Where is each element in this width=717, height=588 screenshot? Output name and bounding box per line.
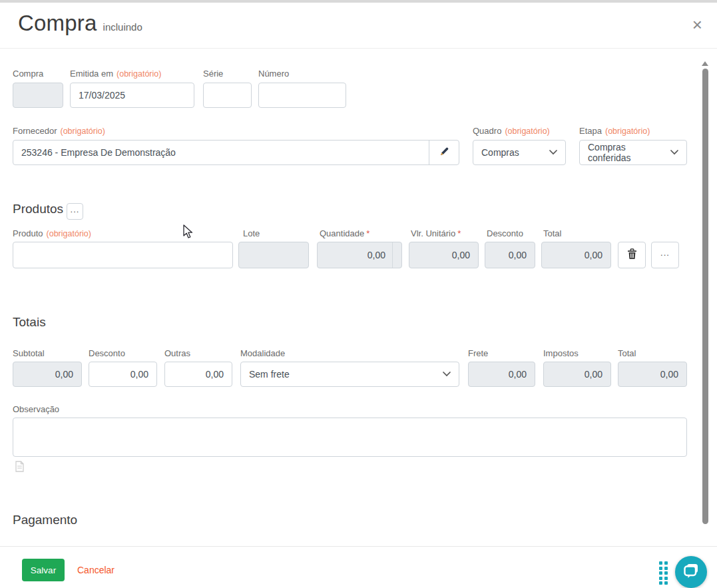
produtos-heading: Produtos [13,202,63,216]
quantidade-label: Quantidade* [320,228,369,238]
fornecedor-field-group [13,140,459,165]
frete-input [468,362,535,387]
modal-header: Compra incluindo [18,11,142,36]
subtotal-input [13,362,82,387]
vertical-scrollbar-thumb[interactable] [702,69,708,524]
serie-input[interactable] [203,83,252,108]
quantidade-field-wrap [317,242,402,268]
chevron-down-icon [549,150,557,155]
vlr-unitario-input [409,242,479,268]
numero-input[interactable] [258,83,346,108]
compra-label: Compra [13,69,43,79]
modalidade-label: Modalidade [240,348,285,358]
emitida-em-label: Emitida em(obrigatório) [70,69,161,79]
pencil-icon [439,146,449,159]
subtotal-label: Subtotal [13,348,45,358]
frete-label: Frete [468,348,488,358]
impostos-input [543,362,611,387]
trash-icon [627,248,637,262]
emitida-em-input[interactable] [70,83,194,108]
observacao-label: Observação [13,404,59,414]
close-icon[interactable]: × [692,16,702,33]
modalidade-select[interactable]: Sem frete [240,362,459,387]
delete-row-button[interactable] [618,242,646,268]
compra-modal: Compra incluindo × Compra Emitida em(obr… [0,0,717,588]
cancel-button[interactable]: Cancelar [77,565,115,575]
desconto-item-label: Desconto [487,228,523,238]
pagamento-heading: Pagamento [13,513,77,527]
page-top-edge [0,0,717,3]
mouse-cursor [183,224,195,242]
page-title: Compra [18,11,97,36]
desconto-total-input[interactable] [89,362,157,387]
chat-launcher-button[interactable] [675,556,707,588]
row-more-button[interactable]: ... [651,242,679,268]
quadro-label: Quadro(obrigatório) [473,126,550,136]
serie-label: Série [203,69,223,79]
chat-drag-handle-icon[interactable] [659,561,668,585]
numero-label: Número [258,69,289,79]
produto-label: Produto(obrigatório) [13,228,91,238]
edit-fornecedor-button[interactable] [429,141,459,164]
vlr-unitario-label: Vlr. Unitário* [411,228,461,238]
quantidade-input [317,242,402,268]
compra-input [13,83,63,108]
total-item-label: Total [543,228,561,238]
etapa-select-value: Compras conferidas [588,142,665,163]
desconto-item-input [485,242,535,268]
save-button[interactable]: Salvar [22,559,65,581]
fornecedor-label: Fornecedor(obrigatório) [13,126,105,136]
chat-bubble-icon [681,561,701,583]
totais-heading: Totais [13,315,46,330]
scrollbar-up-arrow-icon[interactable] [702,61,708,66]
quantidade-stepper-divider [392,242,393,268]
lote-input [238,242,309,268]
etapa-label: Etapa(obrigatório) [579,126,650,136]
chevron-down-icon [443,372,451,377]
lote-label: Lote [243,228,260,238]
page-subtitle: incluindo [103,21,142,33]
outras-input[interactable] [164,362,232,387]
desconto-total-label: Desconto [89,348,125,358]
produto-input[interactable] [13,242,233,268]
header-divider [0,48,717,49]
chevron-down-icon [670,150,678,155]
impostos-label: Impostos [543,348,579,358]
quadro-select[interactable]: Compras [473,140,566,165]
outras-label: Outras [164,348,190,358]
total-geral-label: Total [618,348,636,358]
total-item-input [541,242,611,268]
quadro-select-value: Compras [481,147,519,158]
fornecedor-input[interactable] [13,141,429,164]
modalidade-select-value: Sem frete [249,369,290,380]
produtos-more-button[interactable]: ... [67,203,83,220]
observacao-textarea[interactable] [13,418,687,457]
total-geral-input [618,362,687,387]
footer-divider [0,546,717,547]
note-document-icon [15,461,25,475]
etapa-select[interactable]: Compras conferidas [579,140,687,165]
